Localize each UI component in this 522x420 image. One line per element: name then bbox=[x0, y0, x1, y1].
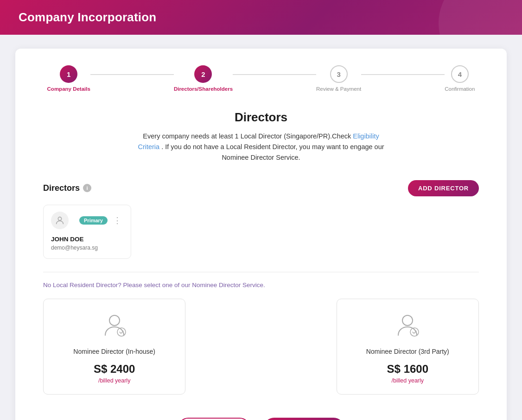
directors-list: Primary ⋮ JOHN DOE demo@heysara.sg bbox=[43, 205, 479, 259]
step-3-label: Review & Payment bbox=[316, 86, 361, 92]
step-1: 1 Company Details bbox=[47, 65, 90, 92]
nominee-inhouse-billing: /billed yearly bbox=[98, 377, 130, 384]
info-icon[interactable]: i bbox=[83, 184, 91, 192]
footer-actions: PREVIOUS SAVE & NEXT bbox=[43, 418, 479, 420]
section-divider bbox=[43, 272, 479, 272]
director-card: Primary ⋮ JOHN DOE demo@heysara.sg bbox=[43, 205, 131, 259]
nominee-3rdparty-price: S$ 1600 bbox=[387, 363, 428, 376]
director-email: demo@heysara.sg bbox=[51, 244, 123, 251]
stepper: 1 Company Details 2 Directors/Shareholde… bbox=[43, 65, 479, 92]
step-1-circle: 1 bbox=[60, 65, 77, 83]
step-4-label: Confirmation bbox=[445, 86, 475, 92]
main-container: 1 Company Details 2 Directors/Shareholde… bbox=[15, 49, 507, 420]
directors-label: Directors i bbox=[43, 183, 91, 193]
previous-button[interactable]: PREVIOUS bbox=[178, 418, 250, 420]
director-avatar bbox=[51, 212, 69, 229]
nominee-3rdparty-billing: /billed yearly bbox=[392, 377, 424, 384]
svg-point-1 bbox=[109, 315, 120, 326]
primary-badge: Primary bbox=[79, 216, 108, 225]
directors-title: Directors bbox=[43, 110, 479, 125]
more-options-icon[interactable]: ⋮ bbox=[111, 215, 123, 226]
nominee-card-inhouse[interactable]: Nominee Director (In-house) S$ 2400 /bil… bbox=[43, 299, 185, 395]
nominee-inhouse-price: S$ 2400 bbox=[94, 363, 135, 376]
step-line-1-2 bbox=[90, 74, 174, 75]
step-3-circle: 3 bbox=[330, 65, 348, 83]
save-next-button[interactable]: SAVE & NEXT bbox=[264, 418, 344, 420]
director-name: JOHN DOE bbox=[51, 236, 123, 243]
nominee-inhouse-icon bbox=[100, 310, 129, 340]
step-2: 2 Directors/Shareholders bbox=[174, 65, 233, 92]
directors-description: Every company needs at least 1 Local Dir… bbox=[131, 131, 391, 163]
page-header: Company Incorporation bbox=[0, 0, 522, 35]
directors-header: Directors i ADD DIRECTOR bbox=[43, 180, 479, 196]
nominee-card-spacer bbox=[199, 299, 322, 395]
nominee-3rdparty-icon bbox=[393, 310, 422, 340]
card-top: Primary ⋮ bbox=[51, 212, 123, 229]
nominee-inhouse-name: Nominee Director (In-house) bbox=[73, 347, 155, 357]
nominee-cards-container: Nominee Director (In-house) S$ 2400 /bil… bbox=[43, 299, 479, 395]
step-2-label: Directors/Shareholders bbox=[174, 86, 233, 92]
svg-point-3 bbox=[402, 315, 413, 326]
nominee-director-link[interactable]: No Local Resident Director? Please selec… bbox=[43, 282, 479, 288]
step-2-circle: 2 bbox=[194, 65, 212, 83]
nominee-card-3rdparty[interactable]: Nominee Director (3rd Party) S$ 1600 /bi… bbox=[337, 299, 479, 395]
step-4: 4 Confirmation bbox=[445, 65, 475, 92]
svg-point-0 bbox=[58, 217, 61, 220]
page-title: Company Incorporation bbox=[19, 10, 156, 25]
step-line-2-3 bbox=[233, 74, 316, 75]
step-4-circle: 4 bbox=[451, 65, 469, 83]
step-3: 3 Review & Payment bbox=[316, 65, 361, 92]
add-director-button[interactable]: ADD DIRECTOR bbox=[408, 180, 479, 196]
nominee-3rdparty-name: Nominee Director (3rd Party) bbox=[366, 347, 449, 357]
step-line-3-4 bbox=[361, 74, 445, 75]
step-1-label: Company Details bbox=[47, 86, 90, 92]
